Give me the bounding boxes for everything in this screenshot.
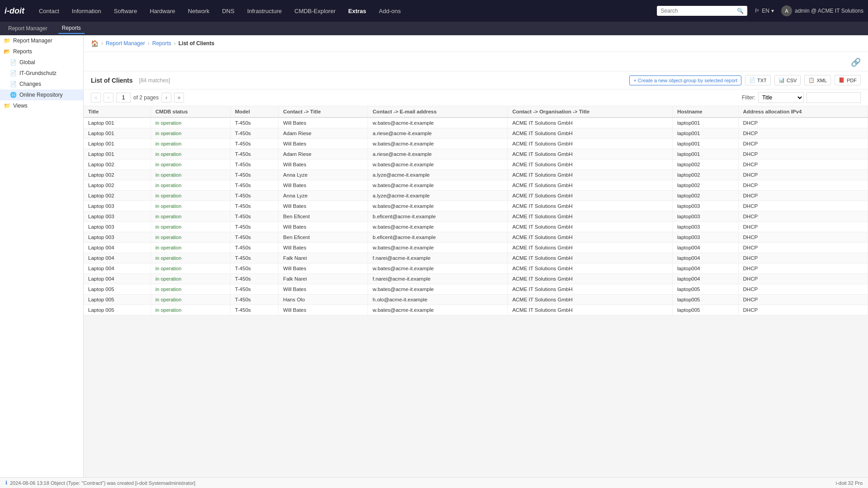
table-cell: DHCP [738, 117, 868, 128]
nav-infrastructure[interactable]: Infrastructure [242, 5, 288, 17]
table-cell: laptop004 [673, 274, 739, 284]
subnav-reports[interactable]: Reports [58, 23, 85, 34]
search-icon: 🔍 [737, 8, 744, 14]
table-cell: ACME IT Solutions GmbH [508, 201, 673, 211]
sidebar-label-views: Views [13, 103, 28, 109]
filter-field-select[interactable]: Title CMDB status Model [758, 92, 804, 103]
sidebar-item-online-repository[interactable]: 🌐 Online Repository [0, 89, 83, 100]
sidebar-item-it-grundschutz[interactable]: 📄 IT-Grundschutz [0, 68, 83, 79]
table-row[interactable]: Laptop 001in operationT-450sAdam Riesea.… [84, 128, 868, 139]
col-cmdb-status: CMDB status [151, 106, 230, 117]
table-row[interactable]: Laptop 003in operationT-450sWill Batesw.… [84, 222, 868, 232]
nav-addons[interactable]: Add-ons [373, 5, 406, 17]
table-cell: laptop001 [673, 128, 739, 139]
table-cell: in operation [151, 232, 230, 243]
nav-information[interactable]: Information [66, 5, 107, 17]
table-cell: Laptop 003 [84, 232, 151, 243]
table-cell: DHCP [738, 211, 868, 222]
export-csv-button[interactable]: 📊 CSV [774, 75, 801, 85]
last-page-button[interactable]: » [174, 93, 184, 103]
page-number-input[interactable] [116, 93, 131, 103]
status-badge: in operation [156, 214, 182, 219]
export-pdf-button[interactable]: 📕 PDF [835, 75, 861, 85]
table-row[interactable]: Laptop 001in operationT-450sWill Batesw.… [84, 139, 868, 149]
search-input[interactable] [660, 8, 734, 14]
table-row[interactable]: Laptop 005in operationT-450sHans Oloh.ol… [84, 295, 868, 305]
total-pages-label: of 2 pages [133, 94, 159, 101]
chevron-down-icon: ▾ [771, 8, 774, 14]
status-badge: in operation [156, 183, 182, 188]
report-header: 🔗 [84, 52, 868, 71]
table-cell: Laptop 002 [84, 170, 151, 180]
nav-network[interactable]: Network [183, 5, 215, 17]
table-cell: DHCP [738, 305, 868, 315]
sidebar-label-changes: Changes [19, 81, 41, 87]
nav-dns[interactable]: DNS [217, 5, 240, 17]
sidebar-item-reports[interactable]: 📂 Reports [0, 46, 83, 57]
nav-hardware[interactable]: Hardware [144, 5, 180, 17]
table-row[interactable]: Laptop 004in operationT-450sWill Batesw.… [84, 263, 868, 274]
table-cell: in operation [151, 170, 230, 180]
table-cell: in operation [151, 139, 230, 149]
table-row[interactable]: Laptop 005in operationT-450sWill Batesw.… [84, 305, 868, 315]
status-badge: in operation [156, 224, 182, 230]
create-object-group-button[interactable]: + Create a new object-group by selected … [629, 75, 741, 85]
sidebar-label-online-repository: Online Repository [19, 92, 62, 98]
share-link-icon[interactable]: 🔗 [851, 57, 861, 67]
table-row[interactable]: Laptop 003in operationT-450sWill Batesw.… [84, 201, 868, 211]
table-cell: Adam Riese [278, 149, 368, 160]
table-cell: DHCP [738, 170, 868, 180]
table-cell: DHCP [738, 180, 868, 191]
table-cell: T-450s [230, 222, 278, 232]
table-row[interactable]: Laptop 004in operationT-450sFalk Nareif.… [84, 274, 868, 284]
next-page-button[interactable]: › [161, 93, 171, 103]
subnav-report-manager[interactable]: Report Manager [5, 23, 51, 33]
table-cell: T-450s [230, 170, 278, 180]
breadcrumb-reports[interactable]: Reports [152, 40, 171, 47]
table-row[interactable]: Laptop 004in operationT-450sWill Batesw.… [84, 243, 868, 253]
nav-contact[interactable]: Contact [33, 5, 65, 17]
table-row[interactable]: Laptop 005in operationT-450sWill Batesw.… [84, 284, 868, 295]
breadcrumb-report-manager[interactable]: Report Manager [106, 40, 145, 47]
nav-software[interactable]: Software [108, 5, 142, 17]
col-hostname: Hostname [673, 106, 739, 117]
sidebar-item-report-manager[interactable]: 📁 Report Manager [0, 35, 83, 46]
filter-label: Filter: [742, 94, 755, 101]
table-row[interactable]: Laptop 001in operationT-450sWill Batesw.… [84, 117, 868, 128]
home-icon[interactable]: 🏠 [91, 40, 99, 47]
status-message: 2024-08-06 13:18 Object (Type: "Contract… [10, 480, 195, 486]
sidebar-item-changes[interactable]: 📄 Changes [0, 79, 83, 89]
table-row[interactable]: Laptop 003in operationT-450sBen Eficentb… [84, 232, 868, 243]
sidebar-label-it-grundschutz: IT-Grundschutz [19, 70, 57, 76]
table-cell: DHCP [738, 243, 868, 253]
sidebar-item-global[interactable]: 📄 Global [0, 57, 83, 68]
table-row[interactable]: Laptop 004in operationT-450sFalk Nareif.… [84, 253, 868, 263]
sidebar-item-views[interactable]: 📁 Views [0, 100, 83, 111]
prev-page-button[interactable]: ‹ [104, 93, 113, 103]
table-row[interactable]: Laptop 001in operationT-450sAdam Riesea.… [84, 149, 868, 160]
nav-cmdb-explorer[interactable]: CMDB-Explorer [289, 5, 341, 17]
table-row[interactable]: Laptop 002in operationT-450sWill Batesw.… [84, 160, 868, 170]
col-contact-email: Contact -> E-mail address [368, 106, 508, 117]
filter-value-input[interactable] [807, 92, 861, 103]
first-page-button[interactable]: « [91, 93, 101, 103]
table-cell: in operation [151, 295, 230, 305]
language-selector[interactable]: 🏳 EN ▾ [755, 8, 774, 14]
table-cell: in operation [151, 128, 230, 139]
table-cell: ACME IT Solutions GmbH [508, 243, 673, 253]
table-cell: T-450s [230, 305, 278, 315]
table-row[interactable]: Laptop 002in operationT-450sWill Batesw.… [84, 180, 868, 191]
status-badge: in operation [156, 162, 182, 167]
table-row[interactable]: Laptop 002in operationT-450sAnna Lyzea.l… [84, 170, 868, 180]
status-badge: in operation [156, 245, 182, 250]
export-txt-button[interactable]: 📄 TXT [745, 75, 771, 85]
table-row[interactable]: Laptop 002in operationT-450sAnna Lyzea.l… [84, 191, 868, 201]
txt-icon: 📄 [749, 77, 755, 83]
table-cell: in operation [151, 222, 230, 232]
user-info[interactable]: A admin @ ACME IT Solutions [781, 5, 863, 16]
folder-icon: 📁 [4, 38, 10, 44]
nav-extras[interactable]: Extras [343, 5, 372, 17]
table-row[interactable]: Laptop 003in operationT-450sBen Eficentb… [84, 211, 868, 222]
export-xml-button[interactable]: 📋 XML [804, 75, 831, 85]
table-cell: DHCP [738, 295, 868, 305]
